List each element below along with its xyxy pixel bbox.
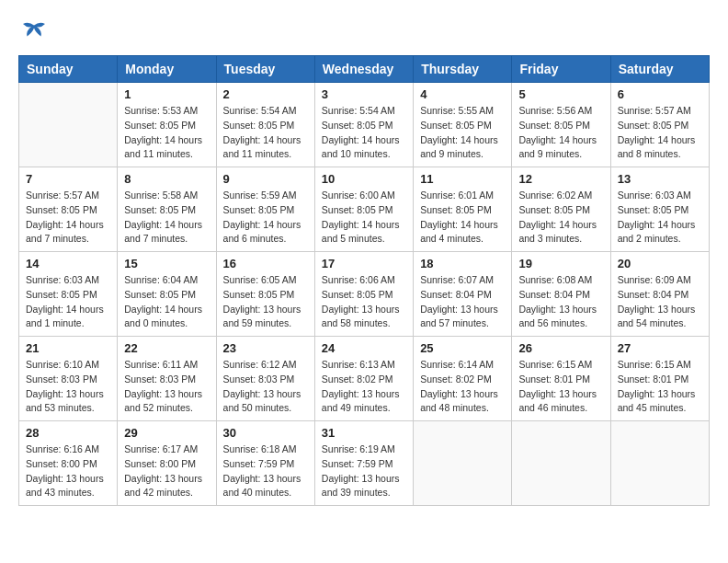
calendar-cell [19,83,118,167]
day-number: 30 [223,426,308,440]
calendar-cell: 24Sunrise: 6:13 AM Sunset: 8:02 PM Dayli… [314,337,413,421]
day-info: Sunrise: 5:58 AM Sunset: 8:05 PM Dayligh… [124,189,209,247]
day-info: Sunrise: 6:07 AM Sunset: 8:04 PM Dayligh… [420,273,505,331]
calendar-cell: 17Sunrise: 6:06 AM Sunset: 8:05 PM Dayli… [314,252,413,337]
day-number: 11 [420,172,505,186]
calendar-cell: 16Sunrise: 6:05 AM Sunset: 8:05 PM Dayli… [216,252,314,337]
calendar-cell: 25Sunrise: 6:14 AM Sunset: 8:02 PM Dayli… [414,337,512,421]
day-number: 1 [124,87,209,101]
day-number: 23 [223,341,308,355]
day-number: 13 [618,172,702,186]
day-number: 18 [420,257,505,270]
day-info: Sunrise: 5:57 AM Sunset: 8:05 PM Dayligh… [26,189,110,247]
calendar-cell: 19Sunrise: 6:08 AM Sunset: 8:04 PM Dayli… [512,252,610,337]
day-number: 31 [322,426,406,440]
day-number: 29 [124,426,209,440]
calendar-header-friday: Friday [512,56,610,83]
day-number: 10 [322,172,406,186]
calendar-cell: 10Sunrise: 6:00 AM Sunset: 8:05 PM Dayli… [314,167,413,252]
calendar-cell: 22Sunrise: 6:11 AM Sunset: 8:03 PM Dayli… [118,337,216,421]
day-info: Sunrise: 6:10 AM Sunset: 8:03 PM Dayligh… [26,358,110,416]
calendar-cell [414,421,512,506]
calendar-cell: 3Sunrise: 5:54 AM Sunset: 8:05 PM Daylig… [314,83,413,167]
calendar-header-thursday: Thursday [414,56,512,83]
day-info: Sunrise: 5:56 AM Sunset: 8:05 PM Dayligh… [518,104,603,162]
day-info: Sunrise: 6:15 AM Sunset: 8:01 PM Dayligh… [518,358,603,416]
day-info: Sunrise: 6:13 AM Sunset: 8:02 PM Dayligh… [322,358,406,416]
calendar-cell: 8Sunrise: 5:58 AM Sunset: 8:05 PM Daylig… [118,167,216,252]
calendar-header-sunday: Sunday [19,56,118,83]
calendar-cell: 29Sunrise: 6:17 AM Sunset: 8:00 PM Dayli… [118,421,216,506]
calendar-cell: 31Sunrise: 6:19 AM Sunset: 7:59 PM Dayli… [314,421,413,506]
day-info: Sunrise: 6:09 AM Sunset: 8:04 PM Dayligh… [618,273,702,331]
day-number: 6 [618,87,702,101]
day-info: Sunrise: 6:15 AM Sunset: 8:01 PM Dayligh… [618,358,702,416]
calendar-header-monday: Monday [118,56,216,83]
day-number: 15 [124,257,209,270]
day-number: 9 [223,172,308,186]
header [18,18,710,46]
day-number: 21 [26,341,110,355]
day-info: Sunrise: 5:59 AM Sunset: 8:05 PM Dayligh… [223,189,308,247]
calendar-cell: 15Sunrise: 6:04 AM Sunset: 8:05 PM Dayli… [118,252,216,337]
day-number: 24 [322,341,406,355]
day-number: 14 [26,257,110,270]
day-number: 3 [322,87,406,101]
day-number: 20 [618,257,702,270]
calendar-cell: 14Sunrise: 6:03 AM Sunset: 8:05 PM Dayli… [19,252,118,337]
day-number: 26 [518,341,603,355]
day-number: 22 [124,341,209,355]
calendar-week-row: 14Sunrise: 6:03 AM Sunset: 8:05 PM Dayli… [19,252,710,337]
calendar-week-row: 21Sunrise: 6:10 AM Sunset: 8:03 PM Dayli… [19,337,710,421]
day-number: 28 [26,426,110,440]
day-number: 4 [420,87,505,101]
day-number: 12 [518,172,603,186]
day-number: 8 [124,172,209,186]
calendar-cell: 30Sunrise: 6:18 AM Sunset: 7:59 PM Dayli… [216,421,314,506]
calendar-header-tuesday: Tuesday [216,56,314,83]
day-info: Sunrise: 6:06 AM Sunset: 8:05 PM Dayligh… [322,273,406,331]
calendar-header-saturday: Saturday [610,56,709,83]
day-info: Sunrise: 6:19 AM Sunset: 7:59 PM Dayligh… [322,442,406,500]
calendar-week-row: 28Sunrise: 6:16 AM Sunset: 8:00 PM Dayli… [19,421,710,506]
calendar-cell [610,421,709,506]
day-info: Sunrise: 6:00 AM Sunset: 8:05 PM Dayligh… [322,189,406,247]
logo [18,18,48,46]
day-number: 16 [223,257,308,270]
calendar-cell [512,421,610,506]
day-info: Sunrise: 6:04 AM Sunset: 8:05 PM Dayligh… [124,273,209,331]
day-info: Sunrise: 6:14 AM Sunset: 8:02 PM Dayligh… [420,358,505,416]
calendar-cell: 21Sunrise: 6:10 AM Sunset: 8:03 PM Dayli… [19,337,118,421]
calendar-cell: 5Sunrise: 5:56 AM Sunset: 8:05 PM Daylig… [512,83,610,167]
calendar-header-row: SundayMondayTuesdayWednesdayThursdayFrid… [19,56,710,83]
day-number: 2 [223,87,308,101]
day-number: 19 [518,257,603,270]
calendar-cell: 26Sunrise: 6:15 AM Sunset: 8:01 PM Dayli… [512,337,610,421]
day-info: Sunrise: 6:01 AM Sunset: 8:05 PM Dayligh… [420,189,505,247]
day-number: 25 [420,341,505,355]
calendar-cell: 9Sunrise: 5:59 AM Sunset: 8:05 PM Daylig… [216,167,314,252]
day-info: Sunrise: 6:03 AM Sunset: 8:05 PM Dayligh… [26,273,110,331]
day-number: 7 [26,172,110,186]
calendar-table: SundayMondayTuesdayWednesdayThursdayFrid… [18,55,710,506]
day-number: 5 [518,87,603,101]
calendar-cell: 1Sunrise: 5:53 AM Sunset: 8:05 PM Daylig… [118,83,216,167]
day-number: 17 [322,257,406,270]
day-info: Sunrise: 6:18 AM Sunset: 7:59 PM Dayligh… [223,442,308,500]
calendar-cell: 13Sunrise: 6:03 AM Sunset: 8:05 PM Dayli… [610,167,709,252]
day-info: Sunrise: 6:12 AM Sunset: 8:03 PM Dayligh… [223,358,308,416]
calendar-cell: 23Sunrise: 6:12 AM Sunset: 8:03 PM Dayli… [216,337,314,421]
day-info: Sunrise: 5:53 AM Sunset: 8:05 PM Dayligh… [124,104,209,162]
day-info: Sunrise: 6:08 AM Sunset: 8:04 PM Dayligh… [518,273,603,331]
calendar-week-row: 7Sunrise: 5:57 AM Sunset: 8:05 PM Daylig… [19,167,710,252]
calendar-cell: 27Sunrise: 6:15 AM Sunset: 8:01 PM Dayli… [610,337,709,421]
calendar-cell: 7Sunrise: 5:57 AM Sunset: 8:05 PM Daylig… [19,167,118,252]
day-info: Sunrise: 6:05 AM Sunset: 8:05 PM Dayligh… [223,273,308,331]
calendar-cell: 4Sunrise: 5:55 AM Sunset: 8:05 PM Daylig… [414,83,512,167]
day-info: Sunrise: 6:17 AM Sunset: 8:00 PM Dayligh… [124,442,209,500]
calendar-cell: 2Sunrise: 5:54 AM Sunset: 8:05 PM Daylig… [216,83,314,167]
day-info: Sunrise: 6:11 AM Sunset: 8:03 PM Dayligh… [124,358,209,416]
day-info: Sunrise: 5:54 AM Sunset: 8:05 PM Dayligh… [322,104,406,162]
day-info: Sunrise: 5:55 AM Sunset: 8:05 PM Dayligh… [420,104,505,162]
calendar-cell: 12Sunrise: 6:02 AM Sunset: 8:05 PM Dayli… [512,167,610,252]
